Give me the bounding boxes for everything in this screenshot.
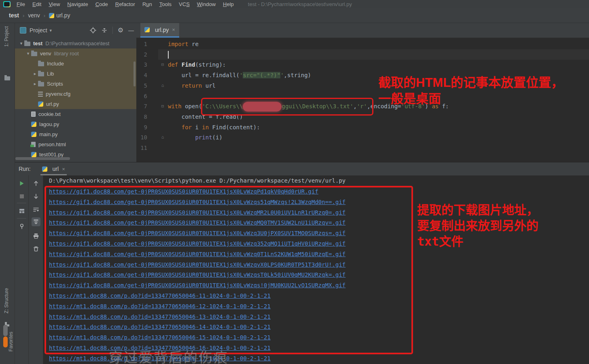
breadcrumb-item-test[interactable]: test — [9, 12, 19, 19]
code-token: open( — [182, 103, 202, 109]
chevron-right-icon[interactable]: ▸ — [32, 79, 38, 89]
tree-item-include[interactable]: Include — [15, 59, 136, 69]
code-token: with — [168, 103, 182, 109]
line-number: 7 — [136, 101, 147, 112]
breadcrumb-item-venv[interactable]: venv — [28, 12, 40, 19]
code-token: re — [189, 41, 199, 47]
code-line-10: print(i) — [168, 132, 222, 143]
fold-end-icon[interactable]: ⌂ — [160, 132, 165, 143]
line-number: 11 — [136, 143, 147, 153]
collapse-all-icon[interactable] — [101, 27, 108, 34]
horizontal-scrollbar[interactable] — [15, 157, 70, 160]
editor-tab-urlpy[interactable]: url.py × — [140, 23, 179, 36]
run-label: Run: — [19, 166, 31, 172]
menu-item-view[interactable]: View — [45, 1, 64, 7]
line-number: 8 — [136, 112, 147, 122]
tree-item-pyvenv-cfg[interactable]: pyvenv.cfg — [15, 89, 136, 99]
python-icon — [31, 132, 36, 137]
fold-end-icon[interactable]: ⌂ — [160, 80, 165, 91]
line-number: 5 — [136, 80, 147, 91]
menu-item-navigate[interactable]: Navigate — [64, 1, 91, 7]
menu-item-file[interactable]: File — [13, 1, 29, 7]
close-icon[interactable]: × — [172, 27, 175, 33]
line-number: 3 — [136, 59, 147, 70]
soft-wrap-icon[interactable] — [33, 206, 39, 213]
tool-window-tab-structure[interactable]: Z: Structure — [4, 288, 9, 314]
settings-icon[interactable]: ⚙ — [118, 27, 123, 34]
pin-icon[interactable] — [19, 223, 25, 229]
code-token: Find — [182, 61, 195, 68]
tool-window-tab-project[interactable]: 1: Project — [4, 26, 9, 47]
code-token — [168, 134, 195, 141]
annotation-notepad-location: 截取的HTML的记事本放置位置， 一般是桌面 — [378, 75, 564, 107]
code-token: url = re.findall( — [168, 72, 239, 78]
tree-item-cookie-txt[interactable]: cookie.txt — [15, 109, 136, 119]
code-token: def — [168, 61, 182, 68]
run-panel-header: Run: url × — [15, 162, 589, 176]
code-token: (string): — [195, 61, 226, 68]
chevron-down-icon[interactable]: ▾ — [18, 38, 24, 48]
python-file-icon — [49, 13, 54, 18]
line-number: 4 — [136, 70, 147, 80]
code-token: ' — [280, 72, 284, 78]
tree-item-lagou-py[interactable]: lagou.py — [15, 119, 136, 129]
hide-icon[interactable]: — — [128, 27, 134, 34]
run-tab-url[interactable]: url × — [40, 162, 67, 175]
folder-icon — [38, 62, 44, 66]
code-line-3: def Find(string): — [168, 59, 226, 70]
locate-icon[interactable] — [90, 27, 96, 34]
vertical-scrollbar[interactable] — [133, 61, 136, 86]
line-number: 9 — [136, 122, 147, 133]
menu-item-window[interactable]: Window — [193, 1, 219, 7]
tree-item-person-html[interactable]: person.html — [15, 139, 136, 149]
chevron-down-icon[interactable]: ▾ — [25, 48, 31, 59]
project-panel: Project ▾ ⚙— ▾testD:\Pycharm\workspace\t… — [15, 23, 136, 162]
tool-window-tab-favorites[interactable]: Favorites — [8, 332, 14, 351]
code-token — [168, 124, 182, 130]
chevron-down-icon[interactable]: ▾ — [50, 28, 52, 33]
pycharm-window: FileEditViewNavigateCodeRefactorRunTools… — [0, 0, 589, 364]
app-icon — [3, 1, 11, 7]
project-scope-icon[interactable] — [20, 27, 26, 34]
fold-collapse-icon[interactable]: ⊟ — [160, 101, 165, 112]
tree-item-lib[interactable]: ▸Lib — [15, 69, 136, 79]
folder-icon — [31, 52, 37, 56]
project-panel-title[interactable]: Project — [30, 27, 47, 34]
menu-item-run[interactable]: Run — [139, 1, 156, 7]
rerun-icon[interactable] — [19, 180, 25, 187]
clear-all-icon[interactable] — [33, 246, 39, 252]
window-title: test - D:\Pycharm\workspace\test\venv\ur… — [248, 1, 352, 7]
console-command-line: D:\Pycharm\workspace\test\venv\Scripts\p… — [49, 177, 345, 184]
code-token: url — [202, 82, 216, 89]
up-stack-trace-icon[interactable] — [33, 180, 39, 187]
menu-item-help[interactable]: Help — [219, 1, 237, 7]
tree-item-label: person.html — [38, 139, 66, 149]
watermark-text: 穿过爱背后的伤痕 — [109, 347, 229, 364]
tree-item-main-py[interactable]: main.py — [15, 129, 136, 139]
close-icon[interactable]: × — [62, 166, 65, 172]
tree-item-suffix: D:\Pycharm\workspace\test — [45, 38, 109, 48]
run-toolbar-left — [15, 175, 29, 364]
project-folder-icon — [4, 76, 10, 80]
tree-item-test[interactable]: ▾testD:\Pycharm\workspace\test — [15, 38, 136, 48]
tree-item-url-py[interactable]: url.py — [15, 99, 136, 109]
print-icon[interactable] — [33, 233, 39, 239]
fold-collapse-icon[interactable]: ⊟ — [160, 59, 165, 70]
down-stack-trace-icon[interactable] — [33, 193, 39, 200]
tree-item-venv[interactable]: ▾venvlibrary root — [15, 48, 136, 59]
toolbar-divider — [112, 27, 113, 34]
html-icon — [31, 142, 36, 147]
menu-items: FileEditViewNavigateCodeRefactorRunTools… — [13, 1, 237, 7]
tree-item-scripts[interactable]: ▸Scripts — [15, 79, 136, 89]
scroll-to-end-icon[interactable] — [32, 217, 40, 226]
breadcrumb-item-url-py[interactable]: url.py — [56, 12, 70, 19]
restore-layout-icon[interactable] — [19, 208, 25, 214]
menu-item-vcs[interactable]: VCS — [175, 1, 193, 7]
menu-item-refactor[interactable]: Refactor — [112, 1, 139, 7]
menu-item-edit[interactable]: Edit — [29, 1, 45, 7]
tree-item-label: test — [33, 38, 42, 48]
stop-icon[interactable] — [19, 193, 25, 200]
chevron-right-icon[interactable]: ▸ — [32, 69, 38, 79]
menu-item-code[interactable]: Code — [92, 1, 112, 7]
menu-item-tools[interactable]: Tools — [156, 1, 175, 7]
